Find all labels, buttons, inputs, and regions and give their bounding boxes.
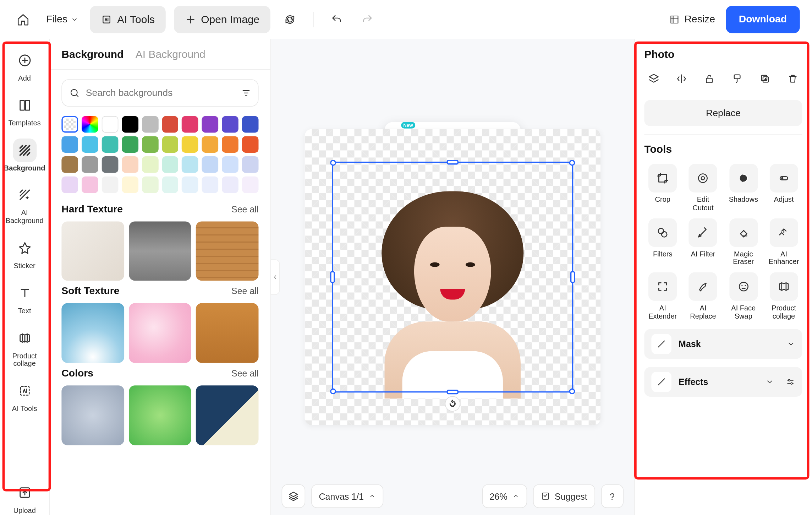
replace-button[interactable]: Replace xyxy=(644,100,802,126)
ai-tools-button[interactable]: AI Tools xyxy=(90,6,165,33)
rotate-handle[interactable] xyxy=(445,396,460,411)
color-swatch[interactable] xyxy=(142,136,158,153)
sidebar-item-product-collage[interactable]: Product collage xyxy=(0,322,49,372)
color-swatch[interactable] xyxy=(162,116,179,133)
resize-handle[interactable] xyxy=(569,160,575,166)
canvas-selector[interactable]: Canvas 1/1 xyxy=(311,484,383,508)
color-swatch[interactable] xyxy=(102,156,118,173)
texture-thumb[interactable] xyxy=(196,221,258,281)
filter-icon[interactable] xyxy=(241,88,251,98)
tool-ai-enhancer[interactable]: AI Enhancer xyxy=(766,218,802,266)
open-image-button[interactable]: Open Image xyxy=(174,6,270,33)
resize-handle[interactable] xyxy=(447,390,459,394)
color-swatch[interactable] xyxy=(102,176,118,193)
tool-ai-face-swap[interactable]: AI Face Swap xyxy=(725,272,762,321)
texture-thumb[interactable] xyxy=(196,303,258,363)
texture-thumb[interactable] xyxy=(129,303,191,363)
effects-row[interactable]: Effects xyxy=(644,367,802,396)
sidebar-item-background[interactable]: Background xyxy=(0,135,49,176)
tab-background[interactable]: Background xyxy=(61,49,124,61)
color-swatch[interactable] xyxy=(202,176,219,193)
color-thumb[interactable] xyxy=(196,385,258,445)
color-swatch[interactable] xyxy=(82,176,98,193)
download-button[interactable]: Download xyxy=(726,6,800,33)
color-swatch[interactable] xyxy=(222,156,239,173)
tool-crop[interactable]: Crop xyxy=(644,164,681,212)
see-all-link[interactable]: See all xyxy=(231,286,258,296)
color-swatch[interactable] xyxy=(122,176,138,193)
color-swatch[interactable] xyxy=(162,176,179,193)
color-swatch[interactable] xyxy=(182,116,198,133)
texture-thumb[interactable] xyxy=(61,303,124,363)
layers-button[interactable] xyxy=(281,484,305,508)
color-swatch[interactable] xyxy=(82,156,98,173)
sidebar-item-add[interactable]: Add xyxy=(0,45,49,86)
files-menu[interactable]: Files xyxy=(43,13,82,25)
tab-ai-background[interactable]: AI Background xyxy=(136,49,205,61)
sync-icon[interactable] xyxy=(279,8,301,31)
undo-icon[interactable] xyxy=(325,8,347,31)
texture-thumb[interactable] xyxy=(129,221,191,281)
color-swatch[interactable] xyxy=(202,156,219,173)
tool-ai-extender[interactable]: AI Extender xyxy=(644,272,681,321)
unlock-icon[interactable] xyxy=(702,72,717,86)
color-swatch[interactable] xyxy=(202,116,219,133)
sidebar-item-ai-tools[interactable]: AI Tools xyxy=(0,375,49,417)
texture-thumb[interactable] xyxy=(61,221,124,281)
selection-box[interactable] xyxy=(332,162,573,392)
sidebar-item-upload[interactable]: Upload xyxy=(0,477,49,515)
paint-icon[interactable] xyxy=(730,72,744,86)
color-swatch[interactable] xyxy=(222,176,239,193)
color-swatch[interactable] xyxy=(182,156,198,173)
zoom-selector[interactable]: 26% xyxy=(482,484,527,508)
sidebar-item-sticker[interactable]: Sticker xyxy=(0,233,49,274)
resize-button[interactable]: Resize xyxy=(669,13,715,25)
help-button[interactable]: ? xyxy=(601,484,624,508)
color-swatch[interactable] xyxy=(82,116,98,133)
color-swatch[interactable] xyxy=(61,156,78,173)
canvas-area[interactable]: AINew Canvas 1/1 26% Suggest ? xyxy=(271,39,634,515)
resize-handle[interactable] xyxy=(330,271,335,283)
tool-filters[interactable]: Filters xyxy=(644,218,681,266)
tool-edit-cutout[interactable]: Edit Cutout xyxy=(685,164,722,212)
sidebar-item-ai-background[interactable]: AI Background xyxy=(0,180,49,229)
resize-handle[interactable] xyxy=(447,160,459,164)
color-swatch[interactable] xyxy=(242,116,259,133)
color-swatch[interactable] xyxy=(122,116,138,133)
see-all-link[interactable]: See all xyxy=(231,204,258,214)
tool-product-collage[interactable]: Product collage xyxy=(766,272,802,321)
resize-handle[interactable] xyxy=(330,160,336,166)
trash-icon[interactable] xyxy=(786,72,800,86)
resize-handle[interactable] xyxy=(330,389,336,395)
tool-ai-filter[interactable]: AI Filter xyxy=(685,218,722,266)
color-swatch[interactable] xyxy=(142,116,158,133)
resize-handle[interactable] xyxy=(569,389,575,395)
color-swatch[interactable] xyxy=(142,156,158,173)
tool-adjust[interactable]: Adjust xyxy=(766,164,802,212)
color-swatch[interactable] xyxy=(182,136,198,153)
color-swatch[interactable] xyxy=(222,136,239,153)
color-swatch[interactable] xyxy=(242,136,259,153)
layers-icon[interactable] xyxy=(647,72,661,86)
color-swatch[interactable] xyxy=(102,136,118,153)
color-swatch[interactable] xyxy=(242,156,259,173)
color-swatch[interactable] xyxy=(122,156,138,173)
color-swatch[interactable] xyxy=(162,136,179,153)
mask-row[interactable]: Mask xyxy=(644,329,802,358)
color-swatch[interactable] xyxy=(242,176,259,193)
color-swatch[interactable] xyxy=(182,176,198,193)
color-swatch[interactable] xyxy=(61,136,78,153)
tool-shadows[interactable]: Shadows xyxy=(725,164,762,212)
resize-handle[interactable] xyxy=(570,271,575,283)
color-swatch[interactable] xyxy=(202,136,219,153)
sliders-icon[interactable] xyxy=(786,377,795,387)
tool-ai-replace[interactable]: AI Replace xyxy=(685,272,722,321)
sidebar-item-templates[interactable]: Templates xyxy=(0,90,49,131)
suggest-button[interactable]: Suggest xyxy=(533,484,595,508)
tool-magic-eraser[interactable]: Magic Eraser xyxy=(725,218,762,266)
redo-icon[interactable] xyxy=(356,8,378,31)
search-field[interactable] xyxy=(86,88,236,98)
collapse-panel-icon[interactable] xyxy=(270,259,280,295)
color-swatch[interactable] xyxy=(102,116,118,133)
color-swatch[interactable] xyxy=(61,176,78,193)
